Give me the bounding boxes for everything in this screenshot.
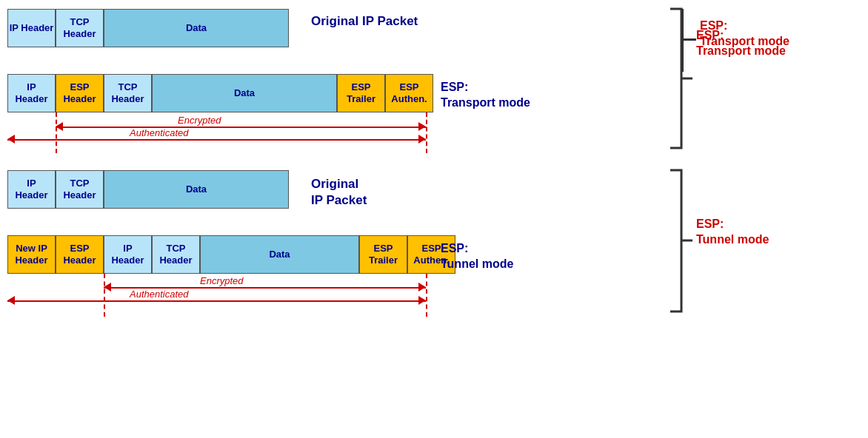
tcp-header-transport: TCPHeader bbox=[104, 74, 152, 112]
authenticated-label-tunnel: Authenticated bbox=[130, 289, 189, 300]
original-packet-top: IP Header TCPHeader Data bbox=[7, 9, 289, 47]
ip-header-cell: IP Header bbox=[7, 9, 56, 47]
ip-header-bottom: IPHeader bbox=[7, 170, 56, 209]
dashed-right-transport bbox=[426, 112, 427, 153]
esp-tunnel-mode-label: ESP:Tunnel mode bbox=[696, 217, 769, 248]
ip-header-tunnel: IPHeader bbox=[104, 235, 152, 274]
esp-tunnel-label: ESP:Tunnel mode bbox=[441, 241, 513, 272]
authenticated-label-transport: Authenticated bbox=[130, 127, 189, 138]
original-packet-bottom: IPHeader TCPHeader Data bbox=[7, 170, 289, 209]
encrypted-label-tunnel: Encrypted bbox=[200, 275, 244, 286]
data-transport: Data bbox=[152, 74, 337, 112]
ip-header-transport: IPHeader bbox=[7, 74, 56, 112]
bracket-tunnel-svg bbox=[667, 169, 689, 313]
esp-trailer-tunnel: ESPTrailer bbox=[359, 235, 407, 274]
esp-header-tunnel: ESPHeader bbox=[56, 235, 104, 274]
esp-tunnel-packet: New IPHeader ESPHeader IPHeader TCPHeade… bbox=[7, 235, 455, 274]
dashed-left-tunnel bbox=[104, 274, 105, 317]
diagram-container: IP Header TCPHeader Data Original IP Pac… bbox=[0, 0, 868, 438]
esp-transport-packet: IPHeader ESPHeader TCPHeader Data ESPTra… bbox=[7, 74, 433, 112]
dashed-left-transport bbox=[56, 112, 57, 153]
esp-trailer-transport: ESPTrailer bbox=[337, 74, 385, 112]
original-packet-label-bottom: OriginalIP Packet bbox=[311, 176, 367, 209]
esp-authen-transport: ESPAuthen. bbox=[385, 74, 433, 112]
original-packet-label-top: Original IP Packet bbox=[311, 13, 418, 30]
tcp-header-bottom: TCPHeader bbox=[56, 170, 104, 209]
esp-transport-mode-label: ESP:Transport mode bbox=[696, 28, 786, 59]
encrypted-label-transport: Encrypted bbox=[178, 115, 221, 126]
tcp-header-tunnel: TCPHeader bbox=[152, 235, 200, 274]
new-ip-header-tunnel: New IPHeader bbox=[7, 235, 56, 274]
esp-transport-label: ESP:Transport mode bbox=[441, 80, 530, 111]
data-bottom: Data bbox=[104, 170, 289, 209]
bracket-transport-svg bbox=[667, 7, 689, 148]
esp-header-transport: ESPHeader bbox=[56, 74, 104, 112]
dashed-right-tunnel bbox=[426, 274, 427, 317]
data-cell: Data bbox=[104, 9, 289, 47]
data-tunnel: Data bbox=[200, 235, 359, 274]
tcp-header-cell: TCPHeader bbox=[56, 9, 104, 47]
